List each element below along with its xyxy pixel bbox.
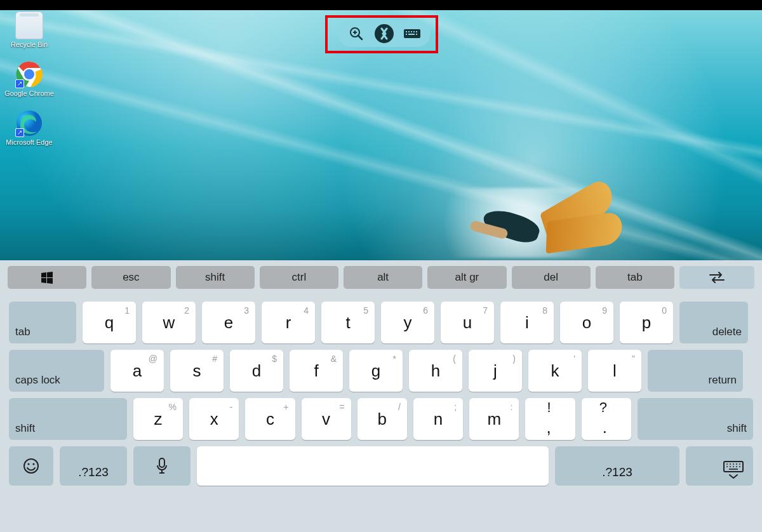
key-j[interactable]: )j [469, 350, 522, 392]
on-screen-keyboard: esc shift ctrl alt alt gr del tab tab 1q… [0, 260, 762, 532]
key-t[interactable]: 5t [321, 302, 375, 343]
key-comma[interactable]: !, [525, 398, 575, 440]
fnkey-shift[interactable]: shift [176, 266, 255, 289]
shortcut-badge-icon [15, 79, 24, 88]
key-c[interactable]: +c [245, 398, 295, 440]
remote-desktop-screen: Recycle Bin Google Chrome Microsoft Edge [0, 0, 762, 532]
fnkey-tab[interactable]: tab [596, 266, 674, 289]
key-f[interactable]: &f [290, 350, 343, 392]
keyboard-row-1: tab 1q 2w 3e 4r 5t 6y 7u 8i 9o 0p delete [9, 302, 753, 343]
key-x[interactable]: -x [189, 398, 239, 440]
remote-desktop-wallpaper[interactable]: Recycle Bin Google Chrome Microsoft Edge [0, 10, 762, 260]
microphone-icon [156, 458, 168, 474]
windows-icon [41, 271, 53, 284]
recycle-bin-icon [15, 11, 43, 39]
key-tab[interactable]: tab [9, 302, 76, 343]
shortcut-badge-icon [15, 128, 24, 137]
key-q[interactable]: 1q [83, 302, 136, 343]
keyboard-function-row: esc shift ctrl alt alt gr del tab [0, 260, 762, 289]
key-shift-right[interactable]: shift [638, 398, 753, 440]
key-v[interactable]: =v [302, 398, 351, 440]
desktop-icon-google-chrome[interactable]: Google Chrome [4, 60, 55, 98]
swap-arrows-icon [709, 272, 725, 283]
key-p[interactable]: 0p [620, 302, 673, 343]
key-z[interactable]: %z [133, 398, 183, 440]
key-l[interactable]: "l [588, 350, 641, 392]
desktop-icons: Recycle Bin Google Chrome Microsoft Edge [4, 10, 55, 147]
key-m[interactable]: :m [469, 398, 519, 440]
key-e[interactable]: 3e [202, 302, 255, 343]
key-n[interactable]: ;n [413, 398, 463, 440]
key-a[interactable]: @a [110, 350, 164, 392]
key-u[interactable]: 7u [441, 302, 494, 343]
key-space[interactable] [197, 446, 549, 486]
key-i[interactable]: 8i [500, 302, 554, 343]
keyboard-row-2: caps lock @a #s $d &f *g (h )j 'k "l ret… [9, 350, 753, 392]
emoji-icon [22, 457, 40, 475]
fnkey-altgr[interactable]: alt gr [427, 266, 506, 289]
icon-label: Google Chrome [4, 90, 54, 97]
key-o[interactable]: 9o [560, 302, 613, 343]
fnkey-del[interactable]: del [512, 266, 591, 289]
key-dictation[interactable] [133, 446, 190, 486]
svg-rect-20 [159, 458, 164, 467]
key-r[interactable]: 4r [262, 302, 315, 343]
key-y[interactable]: 6y [381, 302, 434, 343]
key-g[interactable]: *g [349, 350, 403, 392]
svg-point-19 [32, 463, 34, 465]
key-k[interactable]: 'k [528, 350, 582, 392]
fnkey-alt[interactable]: alt [344, 266, 422, 289]
key-s[interactable]: #s [170, 350, 224, 392]
key-capslock[interactable]: caps lock [9, 350, 104, 392]
icon-label: Recycle Bin [11, 41, 48, 48]
key-numbers-right[interactable]: .?123 [555, 446, 679, 486]
key-return[interactable]: return [648, 350, 743, 392]
fnkey-ctrl[interactable]: ctrl [260, 266, 338, 289]
key-delete[interactable]: delete [679, 302, 748, 343]
desktop-icon-microsoft-edge[interactable]: Microsoft Edge [4, 109, 55, 147]
chrome-icon [15, 60, 43, 88]
fnkey-swap-layout[interactable] [679, 266, 754, 289]
key-period[interactable]: ?. [582, 398, 631, 440]
top-letterbox [0, 0, 762, 10]
key-h[interactable]: (h [409, 350, 462, 392]
key-shift-left[interactable]: shift [9, 398, 127, 440]
icon-label: Microsoft Edge [6, 138, 52, 146]
svg-point-18 [27, 463, 29, 465]
fnkey-esc[interactable]: esc [91, 266, 170, 289]
key-dismiss-keyboard[interactable] [686, 446, 753, 486]
key-b[interactable]: /b [358, 398, 407, 440]
dismiss-keyboard-icon [723, 460, 744, 479]
key-numbers-left[interactable]: .?123 [60, 446, 127, 486]
desktop-icon-recycle-bin[interactable]: Recycle Bin [4, 11, 55, 49]
annotation-highlight-box [325, 15, 438, 53]
fnkey-windows[interactable] [8, 266, 86, 289]
svg-point-17 [24, 459, 38, 473]
key-w[interactable]: 2w [142, 302, 196, 343]
key-d[interactable]: $d [230, 350, 283, 392]
key-emoji[interactable] [9, 446, 53, 486]
keyboard-row-4: .?123 .?123 [9, 446, 753, 486]
edge-icon [15, 109, 43, 137]
keyboard-row-3: shift %z -x +c =v /b ;n :m !, ?. shift [9, 398, 753, 440]
wallpaper-swimmer [470, 156, 635, 258]
